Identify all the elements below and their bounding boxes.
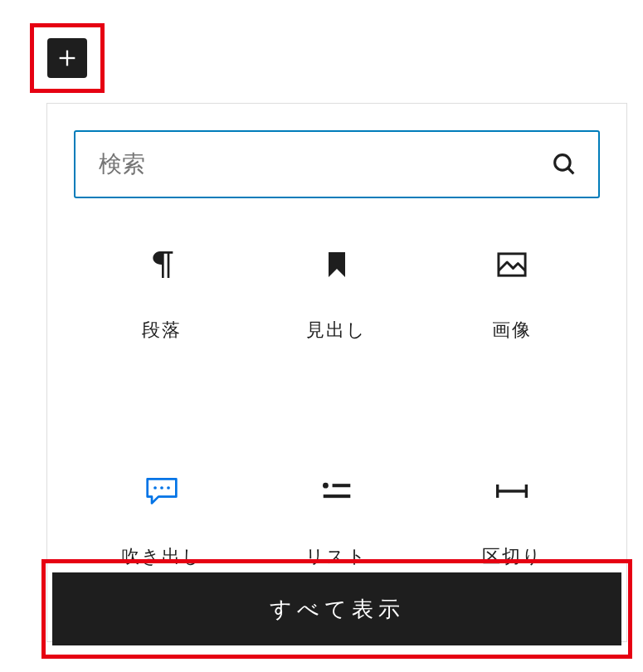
add-button-highlight [30,23,105,93]
svg-rect-4 [499,254,525,275]
block-label: 段落 [142,318,182,343]
bookmark-icon [320,248,353,281]
separator-icon [495,475,529,508]
add-block-button[interactable] [47,38,87,78]
svg-point-8 [323,483,329,489]
svg-point-2 [555,155,570,170]
svg-point-6 [160,486,163,489]
svg-line-3 [568,168,573,173]
block-item-paragraph[interactable]: 段落 [74,248,249,415]
svg-point-7 [167,486,170,489]
search-icon [550,150,578,178]
block-label: 見出し [306,318,367,343]
speech-bubble-icon [145,475,178,508]
block-item-image[interactable]: 画像 [425,248,600,415]
show-all-button[interactable]: すべて表示 [52,572,621,645]
image-icon [495,248,529,281]
paragraph-icon [145,248,178,281]
show-all-highlight: すべて表示 [41,559,632,659]
block-label: 画像 [492,318,532,343]
list-icon [320,475,353,508]
block-item-heading[interactable]: 見出し [249,248,424,415]
plus-icon [56,46,79,70]
search-input[interactable] [99,151,550,178]
search-container [74,130,600,198]
svg-rect-9 [333,484,351,487]
svg-point-5 [153,486,157,489]
svg-rect-10 [324,494,351,498]
